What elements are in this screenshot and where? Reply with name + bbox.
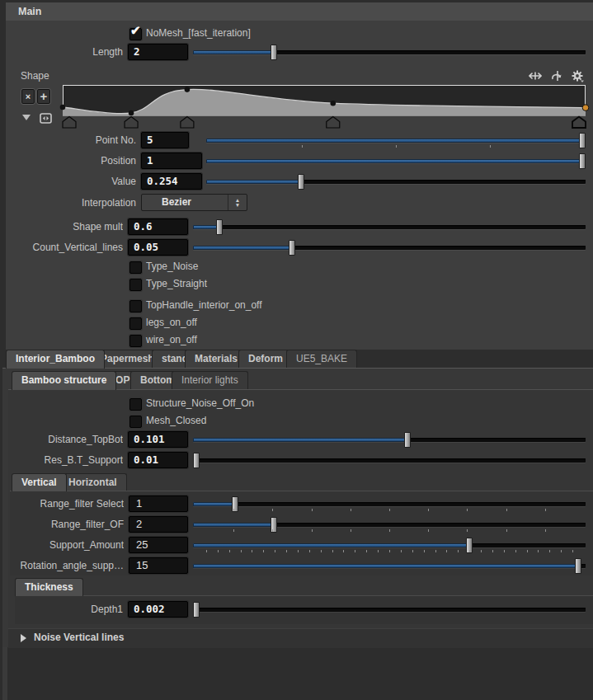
mesh-closed-label: Mesh_Closed <box>146 415 206 427</box>
param-label-length: Length <box>0 44 123 60</box>
ramp-delete-point-button[interactable]: × <box>21 88 35 105</box>
legs-on-off-label: legs_on_off <box>146 317 197 329</box>
tab-deform[interactable]: Deform <box>238 350 293 368</box>
pane-left-edge <box>2 647 7 700</box>
spinner-down-icon[interactable]: ▼ <box>235 203 240 208</box>
tophandle-interior-label: TopHandle_interior_on_off <box>146 299 262 312</box>
range-filter-select-field[interactable]: 1 <box>129 496 188 512</box>
depth1-field[interactable]: 0.002 <box>128 601 188 618</box>
tab-bamboo-structure[interactable]: Bamboo structure <box>12 371 116 390</box>
value-slider[interactable] <box>206 173 586 190</box>
param-label-range-filter-select: Range_filter Select <box>0 496 124 512</box>
distance-topbot-field[interactable]: 0.101 <box>128 431 188 448</box>
pan-horizontal-icon[interactable] <box>529 69 542 82</box>
res-bt-support-slider[interactable] <box>193 452 586 469</box>
param-label-shape-mult: Shape mult <box>0 218 123 235</box>
rotation-angle-field[interactable]: 15 <box>129 557 188 574</box>
cycle-values-icon[interactable] <box>550 69 563 82</box>
length-field[interactable]: 2 <box>128 44 188 60</box>
ramp-add-point-button[interactable]: + <box>36 88 51 105</box>
tab-interior-lights[interactable]: Interior lights <box>172 371 248 389</box>
tab-interior-bamboo[interactable]: Interior_Bamboo <box>6 350 105 369</box>
tab-horizontal[interactable]: Horizontal <box>59 473 127 491</box>
interpolation-dropdown[interactable]: Bezier ▲ ▼ <box>141 194 247 211</box>
wire-on-off-checkbox[interactable] <box>129 335 142 347</box>
point-no-slider[interactable] <box>206 132 586 149</box>
param-label-interpolation: Interpolation <box>0 195 136 211</box>
shape-ramp-editor[interactable] <box>63 85 586 129</box>
gear-menu-icon[interactable] <box>571 69 584 82</box>
res-bt-support-field[interactable]: 0.01 <box>128 452 188 468</box>
interpolation-value: Bezier <box>162 195 191 210</box>
param-label-depth1: Depth1 <box>0 601 123 618</box>
param-label-res-bt-support: Res_B.T_Support <box>0 452 123 468</box>
legs-on-off-checkbox[interactable] <box>129 317 142 330</box>
param-label-value: Value <box>0 173 136 190</box>
rotation-angle-slider[interactable] <box>193 557 586 575</box>
value-field[interactable]: 0.254 <box>141 173 202 190</box>
range-filter-of-slider[interactable] <box>193 516 586 533</box>
distance-topbot-slider[interactable] <box>193 431 586 449</box>
support-amount-slider[interactable] <box>193 537 586 554</box>
count-vertical-lines-field[interactable]: 0.05 <box>128 239 188 256</box>
wire-on-off-label: wire_on_off <box>146 334 197 346</box>
position-slider[interactable] <box>206 153 586 170</box>
type-noise-label: Type_Noise <box>146 261 198 273</box>
type-straight-label: Type_Straight <box>146 278 207 290</box>
depth1-slider[interactable] <box>193 601 586 618</box>
length-slider[interactable] <box>193 44 586 61</box>
param-label-point-no: Point No. <box>0 132 136 148</box>
point-no-field[interactable]: 5 <box>141 132 189 148</box>
fit-range-icon[interactable] <box>40 113 52 124</box>
mesh-closed-checkbox[interactable] <box>129 416 142 428</box>
tab-vertical[interactable]: Vertical <box>12 473 67 491</box>
position-field[interactable]: 1 <box>141 153 202 169</box>
noise-vertical-lines-label: Noise Vertical lines <box>34 632 124 643</box>
collapsed-arrow-icon[interactable] <box>21 634 26 642</box>
main-group-header[interactable]: Main <box>6 2 593 21</box>
type-straight-checkbox[interactable] <box>129 279 142 291</box>
param-label-support-amount: Support_Amount <box>0 537 124 553</box>
parameter-pane: Main NoMesh_[fast_iteration] Length 2 Sh… <box>0 0 593 700</box>
param-label-count-vertical-lines: Count_Vertical_lines <box>0 239 123 256</box>
nomesh-label: NoMesh_[fast_iteration] <box>146 27 251 40</box>
shape-mult-slider[interactable] <box>193 218 586 236</box>
shape-label: Shape <box>21 68 70 84</box>
structure-noise-checkbox[interactable] <box>129 398 142 411</box>
count-vertical-lines-slider[interactable] <box>193 239 586 256</box>
dropdown-spinner-icon[interactable]: ▲ ▼ <box>228 195 247 210</box>
range-filter-of-field[interactable]: 2 <box>129 516 188 533</box>
param-label-range-filter-of: Range_filter_OF <box>0 516 124 533</box>
structure-noise-label: Structure_Noise_Off_On <box>146 397 254 410</box>
ramp-options-arrow-icon[interactable] <box>22 115 31 120</box>
tophandle-interior-checkbox[interactable] <box>129 300 142 312</box>
range-filter-select-slider[interactable] <box>193 496 586 513</box>
noise-vertical-lines-section[interactable]: Noise Vertical lines <box>8 628 593 648</box>
support-amount-field[interactable]: 25 <box>129 537 188 553</box>
param-label-position: Position <box>0 153 136 169</box>
param-label-rotation-angle: Rotation_angle_supp… <box>0 557 124 574</box>
tab-ue5-bake[interactable]: UE5_BAKE <box>286 350 357 368</box>
tab-thickness[interactable]: Thickness <box>15 578 83 596</box>
shape-mult-field[interactable]: 0.6 <box>128 218 188 235</box>
type-noise-checkbox[interactable] <box>129 261 142 274</box>
nomesh-checkbox[interactable] <box>129 28 142 40</box>
param-label-distance-topbot: Distance_TopBot <box>0 431 123 448</box>
